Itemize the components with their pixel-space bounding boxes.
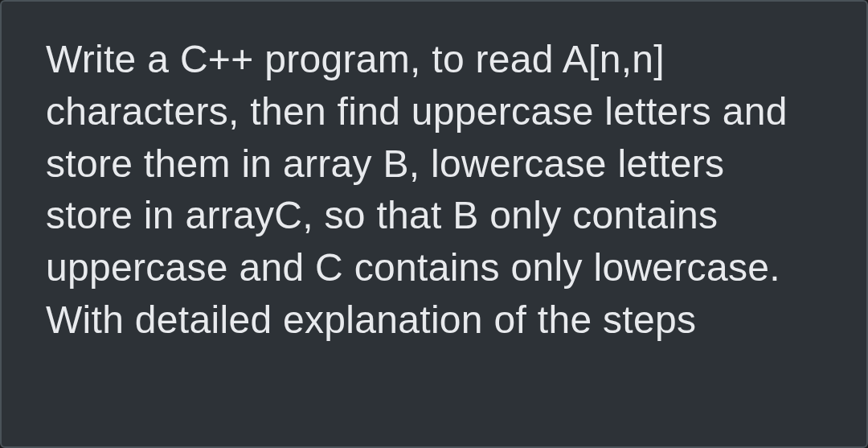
question-text: Write a C++ program, to read A[n,n] char… — [46, 34, 822, 347]
question-container: Write a C++ program, to read A[n,n] char… — [0, 0, 868, 448]
